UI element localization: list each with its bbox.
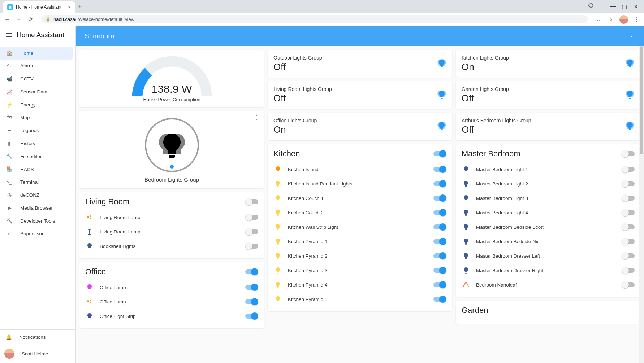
sidebar-item-sensor-data[interactable]: 📈Sensor Data (0, 85, 75, 98)
install-icon[interactable]: ⌵ (595, 16, 602, 23)
light-group-circle[interactable] (145, 118, 199, 172)
header-menu-icon[interactable]: ⋮ (628, 32, 635, 40)
entity-name: Bedroom Nanoleaf (476, 282, 616, 288)
entity-toggle[interactable] (622, 224, 635, 229)
chrome-menu-icon[interactable]: ⋮ (633, 16, 640, 23)
group-state-card[interactable]: Arthur's Bedroom Lights GroupOff (456, 113, 640, 140)
home-icon: 🏠 (6, 50, 13, 56)
minimize-button[interactable]: — (610, 3, 615, 10)
entity-toggle[interactable] (433, 268, 446, 273)
sidebar-item-media-browser[interactable]: ▶Media Browser (0, 201, 75, 214)
room-header-toggle[interactable] (245, 269, 258, 274)
sidebar-item-map[interactable]: 🗺Map (0, 111, 75, 124)
dashboard-col-1: 138.9 W House Power Consumption ⋮ Bedroo… (79, 50, 264, 328)
sidebar-item-terminal[interactable]: >_Terminal (0, 176, 75, 188)
tab-close-icon[interactable]: × (68, 4, 71, 10)
entity-toggle[interactable] (622, 167, 635, 172)
room-header-toggle[interactable] (622, 151, 635, 156)
entity-toggle[interactable] (433, 253, 446, 258)
hamburger-icon[interactable] (6, 33, 12, 37)
forward-button[interactable]: → (15, 16, 22, 23)
entity-toggle[interactable] (622, 253, 635, 258)
entity-toggle[interactable] (433, 196, 446, 201)
bulb-icon (462, 266, 470, 275)
entity-toggle[interactable] (245, 314, 258, 319)
entity-toggle[interactable] (245, 299, 258, 304)
browser-tab[interactable]: Home - Home Assistant × (3, 1, 75, 13)
hue-icon (85, 297, 94, 306)
dashboard-col-2: Outdoor Lights GroupOffLiving Room Light… (268, 50, 452, 328)
entity-toggle[interactable] (622, 282, 635, 287)
entity-toggle[interactable] (433, 167, 446, 172)
group-state-card[interactable]: Kitchen Lights GroupOn (456, 50, 640, 78)
bedroom-lights-group-card[interactable]: ⋮ Bedroom Lights Group (79, 111, 264, 188)
entity-toggle[interactable] (622, 239, 635, 244)
sidebar-item-label: deCONZ (20, 192, 39, 198)
entity-name: Master Bedroom Light 2 (476, 181, 616, 187)
sidebar-item-developer-tools[interactable]: 🔨Developer Tools (0, 214, 75, 227)
entity-toggle[interactable] (433, 239, 446, 244)
entity-name: Kitchen Island Pendant Lights (288, 181, 428, 187)
url-field[interactable]: 🔒 nabu.casa/lovelace-home/default_view (41, 15, 588, 23)
profile-avatar[interactable] (619, 15, 628, 24)
entity-toggle[interactable] (433, 297, 446, 302)
entity-toggle[interactable] (433, 181, 446, 186)
bookmark-icon[interactable]: ☆ (607, 16, 614, 23)
entity-toggle[interactable] (433, 224, 446, 229)
group-state-card[interactable]: Living Room Lights GroupOff (268, 81, 452, 109)
sidebar-item-alarm[interactable]: 🛎Alarm (0, 60, 75, 72)
room-header-toggle[interactable] (433, 151, 446, 156)
room-header-toggle[interactable] (245, 199, 258, 204)
sidebar-item-home[interactable]: 🏠Home (0, 47, 73, 60)
entity-row: Master Bedroom Dresser Right (462, 263, 635, 277)
group-state-card[interactable]: Outdoor Lights GroupOff (268, 50, 452, 78)
record-icon[interactable] (588, 3, 593, 8)
sidebar-item-energy[interactable]: ⚡Energy (0, 98, 75, 111)
close-window-button[interactable]: ✕ (633, 3, 638, 10)
light-group-icon (437, 121, 446, 132)
power-gauge-card[interactable]: 138.9 W House Power Consumption (79, 50, 264, 107)
group-state-card[interactable]: Garden Lights GroupOff (456, 81, 640, 109)
entity-toggle[interactable] (433, 282, 446, 287)
url-domain: nabu.casa (53, 17, 75, 22)
entity-row: Master Bedroom Bedside Scott (462, 220, 635, 234)
back-button[interactable]: ← (4, 16, 11, 23)
group-name: Kitchen Lights Group (462, 55, 509, 61)
entity-toggle[interactable] (622, 268, 635, 273)
bulb-icon (273, 252, 282, 260)
scrollbar-thumb[interactable] (640, 46, 643, 154)
app-header-title: Shireburn (85, 32, 114, 40)
sidebar-item-supervisor[interactable]: ⌂Supervisor (0, 227, 75, 240)
entity-row: Master Bedroom Light 2 (462, 176, 635, 191)
entity-toggle[interactable] (245, 229, 258, 234)
notifications-item[interactable]: 🔔 Notifications (0, 330, 75, 344)
bulb-icon (85, 283, 94, 292)
light-group-icon (625, 121, 635, 132)
sidebar-item-logbook[interactable]: ≣Logbook (0, 124, 75, 137)
entity-toggle[interactable] (622, 181, 635, 186)
user-profile-item[interactable]: Scott Helme (0, 344, 75, 363)
sidebar-item-hacs[interactable]: 🏪HACS (0, 163, 75, 176)
entity-toggle[interactable] (245, 285, 258, 290)
entity-row: Kitchen Pyramid 5 (273, 292, 446, 306)
entity-toggle[interactable] (622, 196, 635, 201)
bell-icon: 🔔 (6, 334, 12, 340)
gauge-icon: ◷ (6, 192, 13, 198)
sidebar-item-file-editor[interactable]: 🔧File editor (0, 150, 75, 163)
sidebar-item-label: HACS (20, 167, 34, 172)
entity-toggle[interactable] (245, 244, 258, 249)
sidebar-item-label: Alarm (20, 63, 33, 69)
entity-toggle[interactable] (245, 215, 258, 220)
card-menu-icon[interactable]: ⋮ (254, 114, 260, 121)
entity-toggle[interactable] (622, 210, 635, 215)
reload-button[interactable]: ⟳ (27, 16, 34, 23)
maximize-button[interactable]: ▢ (622, 3, 627, 10)
new-tab-button[interactable]: + (78, 3, 82, 10)
sidebar-item-deconz[interactable]: ◷deCONZ (0, 188, 75, 201)
group-state-card[interactable]: Office Lights GroupOn (268, 113, 452, 140)
sidebar-item-label: Sensor Data (20, 89, 47, 95)
entity-toggle[interactable] (433, 210, 446, 215)
sidebar-item-history[interactable]: ▮History (0, 137, 75, 150)
entity-name: Master Bedroom Light 4 (476, 210, 616, 215)
sidebar-item-cctv[interactable]: 📹CCTV (0, 72, 75, 85)
